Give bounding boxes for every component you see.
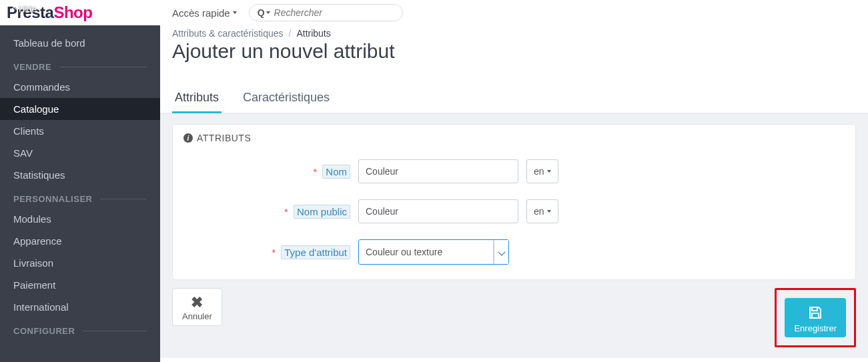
select-arrow[interactable] xyxy=(494,240,508,264)
required-marker: * xyxy=(284,206,288,217)
main-content: Accès rapide Q Attributs & caractéristiq… xyxy=(160,0,868,358)
caret-down-icon xyxy=(547,210,551,213)
tabs: Attributs Caractéristiques xyxy=(160,84,868,113)
label-name: * Nom xyxy=(183,165,350,179)
quick-access-label: Accès rapide xyxy=(172,7,230,19)
breadcrumb-separator: / xyxy=(289,28,292,39)
hide-label: Hide xyxy=(19,4,37,14)
sidebar-item-appearance[interactable]: Apparence xyxy=(0,230,160,252)
hide-sidebar-toggle[interactable]: Hide xyxy=(12,4,37,14)
save-highlight-box: Enregistrer xyxy=(775,288,856,347)
panel-area: i ATTRIBUTS * Nom en * xyxy=(160,113,868,358)
page-header: Attributs & caractéristiques / Attributs… xyxy=(160,25,868,72)
sidebar-heading-configure: CONFIGURER xyxy=(0,318,160,340)
label-public-name-text: Nom public xyxy=(294,205,350,219)
form-row-name: * Nom en xyxy=(173,151,855,191)
cancel-label: Annuler xyxy=(182,311,212,321)
chevron-up-icon xyxy=(11,6,17,11)
topbar: Accès rapide Q xyxy=(160,0,868,25)
breadcrumb-parent[interactable]: Attributs & caractéristiques xyxy=(172,28,284,39)
close-icon: ✖ xyxy=(182,295,212,310)
floppy-disk-icon xyxy=(807,305,823,321)
sidebar-item-payment[interactable]: Paiement xyxy=(0,274,160,296)
sidebar-item-stats[interactable]: Statistiques xyxy=(0,164,160,186)
input-name[interactable] xyxy=(358,159,518,183)
sidebar-item-orders[interactable]: Commandes xyxy=(0,76,160,98)
svg-rect-0 xyxy=(812,307,817,311)
sidebar-item-dashboard[interactable]: Tableau de bord xyxy=(0,32,160,54)
caret-down-icon xyxy=(547,170,551,173)
sidebar-item-delivery[interactable]: Livraison xyxy=(0,252,160,274)
chevron-down-icon xyxy=(498,248,505,255)
label-name-text: Nom xyxy=(322,165,350,179)
footer-buttons: ✖ Annuler Enregistrer xyxy=(172,288,856,347)
search-icon: Q xyxy=(258,7,270,18)
label-public-name: * Nom public xyxy=(183,205,350,219)
info-icon: i xyxy=(183,133,193,143)
required-marker: * xyxy=(313,166,317,177)
sidebar-heading-sell: VENDRE xyxy=(0,54,160,76)
sidebar-item-modules[interactable]: Modules xyxy=(0,208,160,230)
label-type: * Type d'attribut xyxy=(183,245,350,259)
lang-selector-public-name[interactable]: en xyxy=(526,199,558,223)
panel-heading-title: ATTRIBUTS xyxy=(197,133,251,143)
sidebar-item-sav[interactable]: SAV xyxy=(0,142,160,164)
required-marker: * xyxy=(272,247,276,258)
panel-heading: i ATTRIBUTS xyxy=(173,125,855,151)
label-type-text: Type d'attribut xyxy=(281,245,350,259)
sidebar-item-catalogue[interactable]: Catalogue xyxy=(0,98,160,120)
quick-access-dropdown[interactable]: Accès rapide xyxy=(172,7,237,19)
svg-rect-1 xyxy=(812,313,819,318)
lang-selector-name[interactable]: en xyxy=(526,159,558,183)
form-row-type: * Type d'attribut Couleur ou texture xyxy=(173,231,855,279)
breadcrumb: Attributs & caractéristiques / Attributs xyxy=(172,28,856,39)
form-row-public-name: * Nom public en xyxy=(173,191,855,231)
tab-attributes[interactable]: Attributs xyxy=(172,84,222,113)
search-box[interactable]: Q xyxy=(249,4,403,21)
panel-attributes: i ATTRIBUTS * Nom en * xyxy=(172,124,856,280)
select-attribute-type[interactable]: Couleur ou texture xyxy=(359,240,494,264)
page-title: Ajouter un nouvel attribut xyxy=(172,40,856,63)
tab-features[interactable]: Caractéristiques xyxy=(240,84,332,113)
sidebar-item-clients[interactable]: Clients xyxy=(0,120,160,142)
sidebar: Hide PrestaShop Tableau de bord VENDRE C… xyxy=(0,0,160,358)
save-button[interactable]: Enregistrer xyxy=(785,298,846,337)
sidebar-heading-personalize: PERSONNALISER xyxy=(0,186,160,208)
breadcrumb-current: Attributs xyxy=(296,28,330,39)
input-public-name[interactable] xyxy=(358,199,518,223)
save-label: Enregistrer xyxy=(794,323,837,333)
sidebar-item-international[interactable]: International xyxy=(0,296,160,318)
search-input[interactable] xyxy=(274,7,394,18)
caret-down-icon xyxy=(233,11,237,14)
cancel-button[interactable]: ✖ Annuler xyxy=(172,288,222,326)
logo-area: Hide PrestaShop xyxy=(0,0,160,25)
caret-down-icon xyxy=(266,11,270,14)
